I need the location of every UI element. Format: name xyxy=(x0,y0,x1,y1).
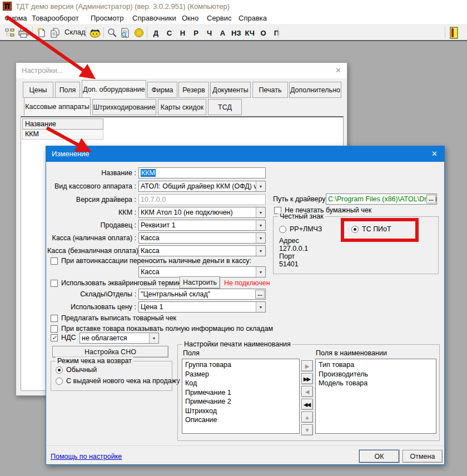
move-all-left-button[interactable]: ◀◀ xyxy=(301,399,313,410)
move-up-button[interactable]: ▲ xyxy=(301,411,313,423)
browse-warehouses-button[interactable]: ... xyxy=(255,290,265,299)
menu-prosmotr[interactable]: Просмотр xyxy=(91,14,123,22)
list-item[interactable]: Тип товара xyxy=(316,360,436,370)
device-type-combo[interactable]: АТОЛ: Общий драйвер ККМ (ОФД) v.10 ▼ xyxy=(138,181,266,192)
tab-pechat[interactable]: Печать xyxy=(252,82,288,98)
tab-tsd[interactable]: ТСД xyxy=(208,99,242,115)
dropdown-arrow-icon[interactable]: ▼ xyxy=(256,220,265,230)
dropdown-arrow-icon[interactable]: ▼ xyxy=(256,246,265,256)
tab-rezerv[interactable]: Резерв xyxy=(178,82,209,98)
help-link[interactable]: Помощь по настройке xyxy=(51,453,122,460)
dropdown-arrow-icon[interactable]: ▼ xyxy=(256,207,265,217)
tab-polya[interactable]: Поля xyxy=(55,82,80,98)
menu-tovarooborot[interactable]: Товарооборот xyxy=(32,14,79,22)
autocash-combo[interactable]: Касса ▼ xyxy=(138,266,266,277)
list-item[interactable]: Примечание 2 xyxy=(182,397,299,406)
list-item[interactable]: Размер xyxy=(182,370,299,379)
offer-receipt-checkbox[interactable] xyxy=(51,315,58,322)
port-label: Порт xyxy=(279,252,295,260)
letter-button-kch[interactable]: КЧ xyxy=(244,26,256,39)
search-icon[interactable] xyxy=(106,26,119,39)
letter-button-o[interactable]: О xyxy=(257,26,269,39)
list-row-kkm[interactable]: ККМ xyxy=(22,130,103,140)
new-document-icon[interactable] xyxy=(34,26,48,39)
letter-button-ch[interactable]: Ч xyxy=(203,26,215,39)
move-all-right-button[interactable]: ▶▶ xyxy=(301,373,313,384)
cashless-payment-combo[interactable]: Касса ▼ xyxy=(138,245,266,256)
dropdown-arrow-icon[interactable]: ▼ xyxy=(256,233,265,243)
menu-okno[interactable]: Окно xyxy=(182,14,198,22)
kkm-combo[interactable]: ККМ Атол 10 (не подключен) ▼ xyxy=(138,207,266,218)
vat-combo[interactable]: не облагается ▼ xyxy=(80,333,159,344)
cash-payment-combo[interactable]: Касса ▼ xyxy=(138,232,266,244)
letter-button-s[interactable]: С xyxy=(163,26,175,39)
settings-close-icon[interactable]: ✕ xyxy=(335,66,341,75)
cat-icon[interactable] xyxy=(88,26,102,39)
sno-settings-button[interactable]: Настройка СНО xyxy=(52,346,168,358)
vat-checkbox[interactable]: ✓ xyxy=(51,334,58,341)
dropdown-arrow-icon[interactable]: ▼ xyxy=(256,267,265,277)
name-input[interactable]: ККМ xyxy=(138,167,266,178)
move-left-button[interactable]: ◀ xyxy=(301,386,313,397)
autocash-checkbox[interactable] xyxy=(51,257,58,265)
seller-combo[interactable]: Реквизит 1 ▼ xyxy=(138,220,266,231)
letter-button-nz[interactable]: НЗ xyxy=(230,26,242,39)
tab-dopolnitelno[interactable]: Дополнительно xyxy=(289,82,341,98)
configure-button[interactable]: Настроить xyxy=(180,276,220,289)
dropdown-arrow-icon[interactable]: ▼ xyxy=(149,333,158,343)
cancel-button[interactable]: Отмена xyxy=(403,450,443,463)
exit-door-icon[interactable] xyxy=(447,26,460,39)
return-normal-radio[interactable] xyxy=(56,366,63,374)
letter-button-p[interactable]: П xyxy=(271,26,282,39)
move-right-button[interactable]: ▶ xyxy=(301,360,313,371)
tab-karty-skidok[interactable]: Карты скидок xyxy=(158,99,206,115)
list-item[interactable]: Производитель xyxy=(316,370,436,379)
settings-titlebar[interactable]: Настройки... ✕ xyxy=(16,63,347,78)
copy-documents-icon[interactable] xyxy=(48,26,62,39)
warehouses-input[interactable]: "Центральный склад" ... xyxy=(138,289,266,300)
rr-lmchz-radio[interactable] xyxy=(279,226,286,233)
dropdown-arrow-icon[interactable]: ▼ xyxy=(256,181,265,191)
menu-firma[interactable]: Фирма xyxy=(4,14,27,22)
tab-shtrihkodirovanie[interactable]: Штрихкодирование xyxy=(92,99,156,115)
ok-button[interactable]: ОК xyxy=(359,450,399,463)
list-header-nazvanie[interactable]: Название xyxy=(22,118,103,130)
fields-listbox[interactable]: Группа товара Размер Код Примечание 1 Пр… xyxy=(182,359,300,434)
list-item[interactable]: Описание xyxy=(182,415,299,425)
full-info-checkbox[interactable] xyxy=(51,325,58,333)
tab-kassovye-apparaty[interactable]: Кассовые аппараты xyxy=(24,97,91,116)
tc-piot-radio[interactable] xyxy=(351,226,359,233)
tab-firma[interactable]: Фирма xyxy=(147,82,177,98)
letter-button-r[interactable]: Р xyxy=(190,26,202,39)
browse-path-button[interactable]: ... xyxy=(426,195,436,204)
letter-button-n[interactable]: Н xyxy=(177,26,188,39)
cashless-payment-label: Касса (безналичная оплата) : xyxy=(47,247,136,255)
tab-dokumenty[interactable]: Документы xyxy=(210,82,251,98)
menu-spravka[interactable]: Справка xyxy=(239,14,267,22)
list-item[interactable]: Штрихкод xyxy=(182,406,299,416)
letter-button-d[interactable]: Д xyxy=(150,26,162,39)
tab-tseny[interactable]: Цены xyxy=(23,82,53,98)
name-fields-listbox[interactable]: Тип товара Производитель Модель товара xyxy=(315,359,436,434)
acquiring-checkbox[interactable] xyxy=(51,280,58,287)
tree-view-icon[interactable] xyxy=(3,26,17,39)
move-down-button[interactable]: ▼ xyxy=(301,424,313,435)
return-new-check-radio[interactable] xyxy=(56,378,63,385)
list-item[interactable]: Код xyxy=(182,379,299,388)
tab-dop-oborudovanie[interactable]: Доп. оборудование xyxy=(82,80,146,98)
document-search-icon[interactable] xyxy=(118,26,132,39)
edit-titlebar[interactable]: Изменение ✕ xyxy=(46,146,444,162)
list-item[interactable]: Модель товара xyxy=(316,379,436,388)
dropdown-arrow-icon[interactable]: ▼ xyxy=(256,302,265,312)
menu-servis[interactable]: Сервис xyxy=(207,14,232,22)
list-item[interactable]: Примечание 1 xyxy=(182,388,299,398)
print-icon[interactable] xyxy=(17,26,31,39)
toolbar-sklad-button[interactable]: Склад xyxy=(64,28,86,36)
coin-icon[interactable] xyxy=(132,26,146,39)
driver-path-input[interactable]: C:\Program Files (x86)\ATOL\Drivers ... xyxy=(326,194,437,205)
edit-close-icon[interactable]: ✕ xyxy=(431,150,438,158)
menu-spravochniki[interactable]: Справочники xyxy=(132,14,176,22)
letter-button-a[interactable]: А xyxy=(217,26,228,39)
use-price-combo[interactable]: Цена 1 ▼ xyxy=(138,301,266,313)
list-item[interactable]: Группа товара xyxy=(182,360,299,370)
